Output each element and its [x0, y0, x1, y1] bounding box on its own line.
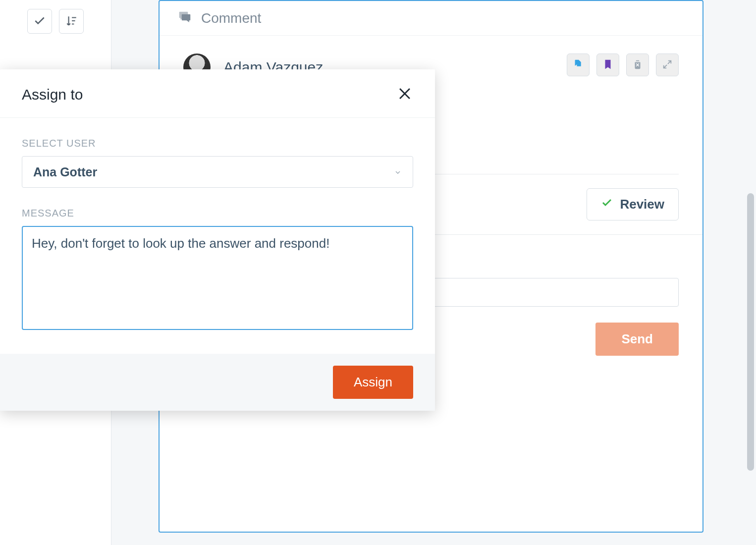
delete-button[interactable]: [626, 54, 649, 76]
bookmark-button[interactable]: [596, 54, 619, 76]
comment-header: Comment: [160, 1, 702, 36]
expand-icon: [662, 59, 673, 71]
message-label: Message: [22, 208, 413, 219]
assign-modal: Assign to Select user Ana Gotter Message…: [0, 69, 435, 411]
expand-button[interactable]: [656, 54, 679, 76]
bookmark-icon: [602, 59, 613, 71]
review-label: Review: [620, 197, 664, 212]
close-icon: [396, 96, 413, 104]
close-button[interactable]: [396, 85, 413, 104]
review-button[interactable]: Review: [587, 188, 679, 220]
sort-icon: [65, 14, 78, 29]
checkmark-icon: [33, 14, 46, 29]
user-select[interactable]: Ana Gotter: [22, 156, 413, 188]
comment-header-title: Comment: [201, 10, 261, 26]
chevron-down-icon: [394, 165, 402, 179]
send-button[interactable]: Send: [595, 323, 679, 356]
modal-header: Assign to: [0, 69, 435, 118]
selected-user: Ana Gotter: [33, 165, 97, 179]
select-user-label: Select user: [22, 138, 413, 149]
sort-button[interactable]: [59, 9, 84, 34]
trash-icon: [632, 59, 643, 71]
checkmark-button[interactable]: [27, 9, 52, 34]
comment-icon: [177, 10, 192, 27]
message-textarea[interactable]: [22, 226, 413, 330]
modal-footer: Assign: [0, 354, 435, 411]
modal-body: Select user Ana Gotter Message: [0, 118, 435, 354]
scrollbar-track[interactable]: [746, 0, 755, 545]
check-icon: [601, 197, 613, 212]
assign-button[interactable]: Assign: [333, 366, 413, 399]
tag-icon: [573, 59, 584, 71]
scrollbar-thumb[interactable]: [747, 193, 754, 471]
tag-button[interactable]: [567, 54, 590, 76]
action-icons: [567, 54, 679, 76]
modal-title: Assign to: [22, 86, 83, 103]
